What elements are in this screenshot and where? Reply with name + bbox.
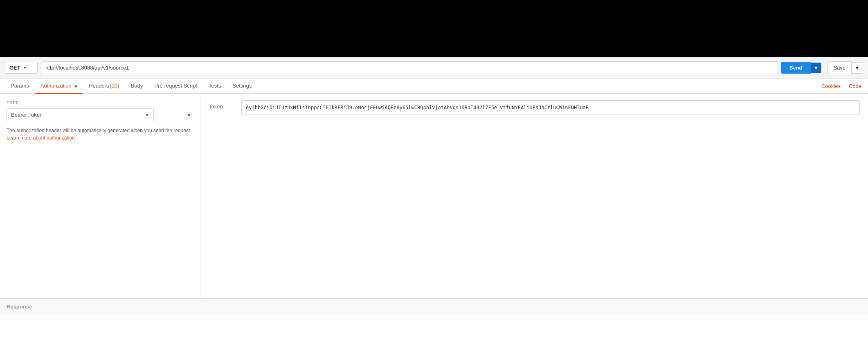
authorization-active-dot (74, 85, 77, 88)
save-dropdown-button[interactable]: ▼ (852, 62, 863, 74)
save-button[interactable]: Save (827, 61, 852, 74)
code-link[interactable]: Code (847, 79, 863, 93)
left-panel: TYPE Bearer Token ▼ The authorization he… (0, 94, 200, 298)
type-indicator-dot (188, 114, 190, 116)
url-input[interactable] (41, 61, 778, 74)
type-row: Bearer Token ▼ (7, 108, 193, 121)
app-container: GET ▼ Send ▼ Save ▼ Params Authorization… (0, 57, 868, 340)
tabs-row: Params Authorization Headers(10) Body Pr… (0, 79, 868, 94)
token-row: Token (209, 100, 860, 115)
bearer-token-select[interactable]: Bearer Token ▼ (7, 108, 154, 121)
send-btn-group: Send ▼ (781, 62, 822, 74)
tab-authorization[interactable]: Authorization (35, 79, 83, 94)
right-panel: Token (200, 94, 868, 298)
url-bar: GET ▼ Send ▼ Save ▼ (0, 57, 868, 79)
method-chevron-icon: ▼ (23, 65, 27, 70)
tab-tests[interactable]: Tests (203, 79, 227, 94)
response-label: Response (7, 304, 32, 310)
auth-note-link[interactable]: Learn more about authorization (7, 135, 75, 141)
bearer-chevron-icon: ▼ (145, 113, 149, 117)
send-button[interactable]: Send (781, 62, 811, 74)
bearer-token-label: Bearer Token (11, 112, 43, 118)
main-content: TYPE Bearer Token ▼ The authorization he… (0, 94, 868, 298)
token-input[interactable] (241, 100, 860, 115)
method-select[interactable]: GET ▼ (5, 62, 38, 74)
save-btn-group: Save ▼ (827, 61, 863, 74)
response-section: Response (0, 298, 868, 315)
token-label: Token (209, 100, 233, 110)
method-label: GET (9, 65, 20, 71)
cookies-link[interactable]: Cookies (820, 79, 842, 93)
tab-prerequest[interactable]: Pre-request Script (148, 79, 203, 94)
tab-body[interactable]: Body (125, 79, 149, 94)
auth-note-text: The authorization header will be automat… (7, 128, 191, 133)
type-label: TYPE (7, 100, 193, 105)
send-dropdown-button[interactable]: ▼ (811, 63, 822, 73)
auth-note: The authorization header will be automat… (7, 127, 193, 142)
black-top-area (0, 0, 868, 57)
tab-headers[interactable]: Headers(10) (83, 79, 125, 94)
tab-params[interactable]: Params (5, 79, 35, 94)
tab-settings[interactable]: Settings (227, 79, 257, 94)
tabs-right: Cookies Code (820, 79, 863, 93)
